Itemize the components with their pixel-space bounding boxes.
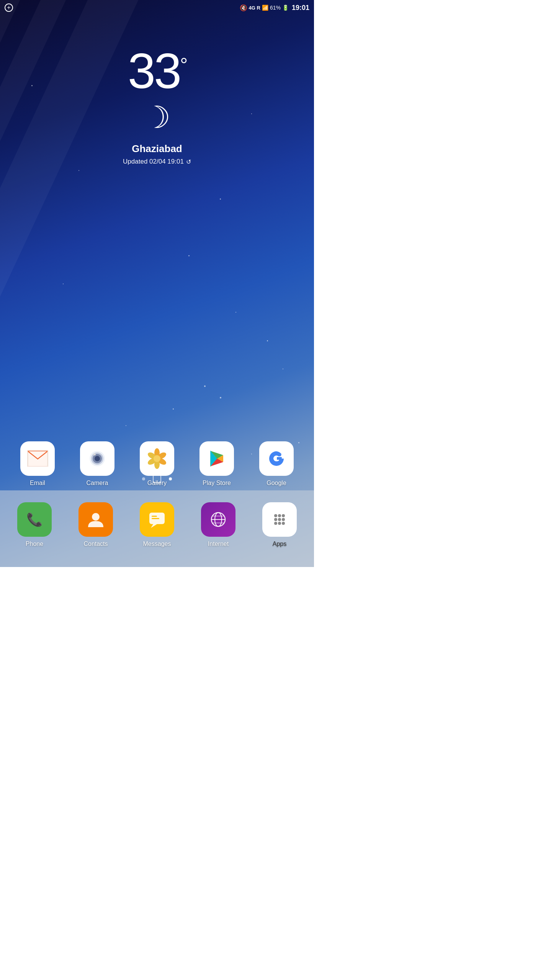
home-button-indicator [153,475,161,483]
refresh-icon[interactable]: ↺ [186,158,191,166]
svg-rect-24 [152,516,157,517]
svg-point-32 [278,514,281,517]
svg-point-21 [92,513,100,521]
svg-text:📞: 📞 [26,512,43,528]
svg-point-39 [282,522,285,525]
page-indicator [0,471,314,487]
dock-contacts[interactable]: Contacts [78,502,113,547]
google-icon: G G [259,441,294,476]
contacts-icon [78,502,113,537]
dock: 📞 Phone Contacts [0,490,314,567]
svg-point-34 [274,518,277,521]
battery-percentage: 61% [270,5,281,11]
weather-icon: ☽ [143,100,171,135]
page-dot-2 [169,477,172,480]
camera-icon [80,441,114,476]
svg-point-36 [282,518,285,521]
mute-icon: 🔇 [240,4,247,11]
svg-point-37 [274,522,277,525]
contacts-label: Contacts [83,541,108,547]
home-screen: + 🔇 4G R 📶 61% 🔋 19:01 33° ☽ Ghaziabad U… [0,0,314,567]
signal-icon: 📶 [262,5,268,11]
svg-marker-23 [151,524,157,528]
svg-point-31 [274,514,277,517]
status-bar: + 🔇 4G R 📶 61% 🔋 19:01 [0,0,314,15]
notification-plus-icon: + [5,3,13,12]
network-indicator: 4G R [249,5,260,11]
status-right: 🔇 4G R 📶 61% 🔋 19:01 [240,4,309,12]
city-name: Ghaziabad [132,143,182,155]
svg-rect-25 [152,518,159,519]
dock-phone[interactable]: 📞 Phone [17,502,52,547]
svg-point-35 [278,518,281,521]
updated-time: Updated 02/04 19:01 ↺ [123,158,191,166]
phone-label: Phone [26,541,43,547]
play-store-icon [199,441,234,476]
dock-apps[interactable]: Apps [262,502,297,547]
email-icon [20,441,55,476]
svg-point-9 [95,456,100,461]
gallery-icon [140,441,174,476]
phone-icon: 📞 [17,502,52,537]
svg-point-17 [154,455,160,462]
temperature-display: 33° [128,46,186,96]
svg-text:G: G [270,450,282,467]
internet-icon [201,502,235,537]
internet-label: Internet [208,541,229,547]
svg-point-10 [93,453,96,456]
dock-internet[interactable]: Internet [201,502,235,547]
battery-icon: 🔋 [282,5,289,11]
status-left: + [5,3,13,12]
svg-point-38 [278,522,281,525]
dock-messages[interactable]: Messages [140,502,174,547]
apps-label: Apps [273,541,286,547]
page-dot-1 [142,477,145,480]
time-display: 19:01 [292,4,309,12]
apps-icon [262,502,297,537]
weather-widget: 33° ☽ Ghaziabad Updated 02/04 19:01 ↺ [0,46,314,166]
svg-point-33 [282,514,285,517]
messages-icon [140,502,174,537]
messages-label: Messages [143,541,171,547]
